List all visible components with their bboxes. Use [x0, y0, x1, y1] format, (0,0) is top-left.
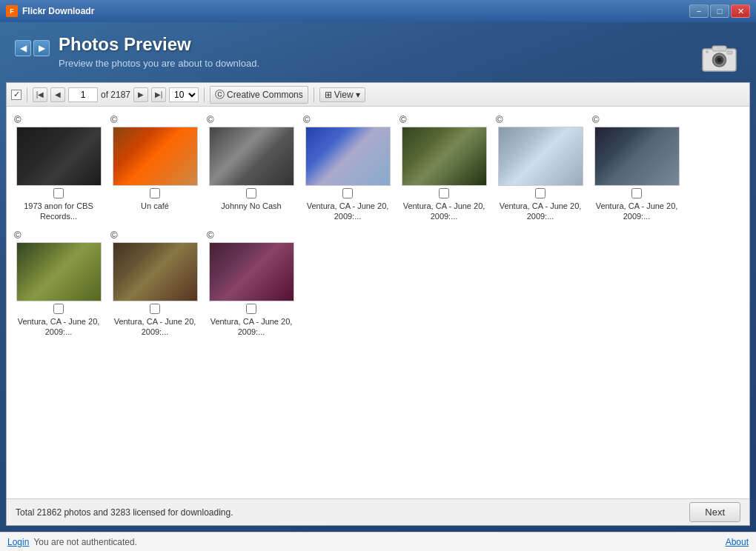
status-bar: Total 21862 photos and 3283 licensed for…	[7, 498, 749, 525]
copyright-icon: ©	[496, 114, 503, 125]
photo-thumbnail[interactable]	[305, 127, 391, 186]
title-bar: F Flickr Downloadr − □ ✕	[0, 0, 756, 22]
photo-header: ©	[110, 230, 199, 241]
login-link[interactable]: Login	[7, 537, 29, 547]
photo-item: © Ventura, CA - June 20, 2009:...	[303, 114, 392, 222]
photo-thumbnail[interactable]	[16, 242, 102, 301]
title-bar-controls: − □ ✕	[689, 4, 750, 18]
page-subtitle: Preview the photos you are about to down…	[59, 58, 259, 69]
photo-label: Ventura, CA - June 20, 2009:...	[113, 316, 198, 338]
nav-arrows: ◀ ▶	[15, 40, 50, 56]
toolbar-sep-3	[314, 87, 314, 102]
photo-item: © Ventura, CA - June 20, 2009:...	[207, 230, 296, 338]
photo-header: ©	[207, 114, 296, 125]
last-page-button[interactable]: ▶|	[151, 87, 166, 102]
svg-point-4	[717, 58, 721, 62]
select-all-checkbox[interactable]	[11, 90, 21, 100]
main-window: ◀ ▶ Photos Preview Preview the photos yo…	[0, 22, 756, 551]
next-button[interactable]: Next	[689, 502, 740, 522]
header-left: ◀ ▶ Photos Preview Preview the photos yo…	[15, 34, 259, 69]
thumb-placeholder	[210, 127, 294, 185]
photo-label: Ventura, CA - June 20, 2009:...	[16, 316, 102, 338]
photo-header: ©	[14, 114, 103, 125]
creative-commons-button[interactable]: ⓒ Creative Commons	[210, 86, 308, 104]
photo-thumbnail[interactable]	[594, 127, 680, 186]
photo-checkbox[interactable]	[342, 188, 353, 198]
photo-header: ©	[14, 230, 103, 241]
photo-label: Un café	[113, 201, 198, 211]
cc-label: Creative Commons	[227, 90, 303, 100]
first-page-button[interactable]: |◀	[33, 87, 47, 102]
bottom-bar: Login You are not authenticated. About	[0, 532, 756, 551]
view-icon: ⊞	[325, 90, 332, 100]
title-bar-left: F Flickr Downloadr	[6, 5, 94, 17]
thumb-placeholder	[210, 243, 294, 301]
view-button[interactable]: ⊞ View ▾	[319, 87, 365, 102]
photo-grid: © 1973 anon for CBS Records... © Un café…	[7, 107, 749, 498]
auth-message: You are not authenticated.	[33, 537, 137, 547]
photo-checkbox[interactable]	[439, 188, 449, 198]
per-page-select[interactable]: 10 25 50	[169, 87, 199, 102]
copyright-icon: ©	[399, 114, 407, 125]
photo-thumbnail[interactable]	[113, 127, 198, 186]
photo-label: Ventura, CA - June 20, 2009:...	[594, 201, 680, 222]
toolbar: |◀ ◀ of 2187 ▶ ▶| 10 25 50 ⓒ Creative Co…	[7, 83, 749, 107]
copyright-icon: ©	[207, 114, 214, 125]
page-title: Photos Preview	[59, 34, 259, 55]
of-label: of 2187	[101, 90, 130, 100]
copyright-icon: ©	[14, 114, 21, 125]
forward-arrow-button[interactable]: ▶	[33, 40, 50, 56]
window-title: Flickr Downloadr	[22, 6, 94, 16]
app-icon: F	[6, 5, 18, 17]
prev-page-button[interactable]: ◀	[50, 87, 65, 102]
copyright-icon: ©	[303, 114, 311, 125]
photo-label: Ventura, CA - June 20, 2009:...	[498, 201, 583, 222]
photo-thumbnail[interactable]	[209, 242, 294, 301]
thumb-placeholder	[17, 243, 101, 301]
close-button[interactable]: ✕	[731, 4, 750, 18]
photo-thumbnail[interactable]	[113, 242, 198, 301]
photo-header: ©	[592, 114, 681, 125]
camera-svg	[699, 40, 740, 73]
photo-item: © Ventura, CA - June 20, 2009:...	[110, 230, 199, 338]
copyright-icon: ©	[592, 114, 600, 125]
maximize-button[interactable]: □	[710, 4, 729, 18]
photo-checkbox[interactable]	[150, 188, 160, 198]
photo-thumbnail[interactable]	[209, 127, 294, 186]
photo-item: © Ventura, CA - June 20, 2009:...	[14, 230, 103, 338]
photo-checkbox[interactable]	[150, 304, 160, 314]
photo-thumbnail[interactable]	[16, 127, 102, 186]
photo-checkbox[interactable]	[631, 188, 642, 198]
camera-icon	[697, 38, 741, 75]
photo-item: © Ventura, CA - June 20, 2009:...	[496, 114, 585, 222]
photo-checkbox[interactable]	[535, 188, 546, 198]
thumb-placeholder	[595, 127, 679, 185]
copyright-icon: ©	[110, 230, 118, 241]
about-link[interactable]: About	[726, 537, 749, 547]
photo-checkbox[interactable]	[53, 304, 64, 314]
photo-checkbox[interactable]	[53, 188, 64, 198]
thumb-placeholder	[499, 127, 583, 185]
header-text: Photos Preview Preview the photos you ar…	[59, 34, 259, 69]
photo-item: © Ventura, CA - June 20, 2009:...	[399, 114, 488, 222]
auth-section: Login You are not authenticated.	[7, 537, 137, 547]
thumb-placeholder	[113, 243, 197, 301]
cc-icon: ⓒ	[215, 88, 225, 101]
page-number-input[interactable]	[68, 87, 98, 102]
photo-thumbnail[interactable]	[402, 127, 487, 186]
toolbar-sep-2	[204, 87, 205, 102]
minimize-button[interactable]: −	[689, 4, 709, 18]
photo-checkbox[interactable]	[246, 188, 256, 198]
thumb-placeholder	[402, 127, 486, 185]
back-arrow-button[interactable]: ◀	[15, 40, 31, 56]
photo-header: ©	[110, 114, 199, 125]
photo-label: 1973 anon for CBS Records...	[16, 201, 102, 222]
svg-rect-5	[727, 51, 732, 54]
photo-thumbnail[interactable]	[498, 127, 583, 186]
next-page-button[interactable]: ▶	[133, 87, 148, 102]
photo-checkbox[interactable]	[246, 304, 256, 314]
thumb-placeholder	[113, 127, 197, 185]
copyright-icon: ©	[110, 114, 118, 125]
photo-label: Ventura, CA - June 20, 2009:...	[305, 201, 391, 222]
photo-item: © Ventura, CA - June 20, 2009:...	[592, 114, 681, 222]
